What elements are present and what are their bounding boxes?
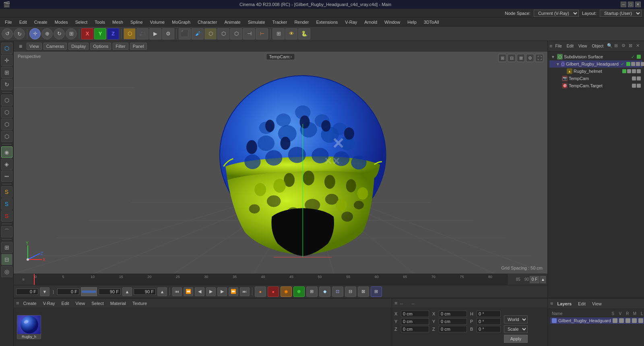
view-front-button[interactable]: ⬛ — [179, 28, 191, 39]
motion2-button[interactable]: ⊡ — [332, 286, 343, 297]
menu-tracker[interactable]: Tracker — [269, 19, 291, 25]
options-button[interactable]: ⊞ — [371, 286, 382, 297]
y-scale-field[interactable] — [439, 318, 467, 325]
scale-mode-button[interactable]: ⊕ — [41, 28, 53, 39]
timeline-ruler[interactable]: 0 5 10 15 20 25 30 35 40 45 50 55 60 65 … — [34, 274, 507, 285]
menu-arnold[interactable]: Arnold — [361, 19, 380, 25]
transform-mode-button[interactable]: ⊞ — [66, 28, 77, 39]
y-axis-button[interactable]: Y — [94, 28, 106, 39]
minimize-button[interactable]: ─ — [621, 2, 626, 7]
rotate-tool-button[interactable]: ↻ — [1, 79, 12, 90]
h-field[interactable] — [477, 311, 501, 317]
mat-view[interactable]: View — [73, 300, 88, 307]
python-button[interactable]: 🐍 — [298, 28, 310, 39]
menu-create[interactable]: Create — [31, 19, 51, 25]
rotate-mode-button[interactable]: ↻ — [54, 28, 65, 39]
vn-settings[interactable]: ⚙ — [526, 54, 534, 62]
vt-filter[interactable]: Filter — [113, 43, 128, 50]
align-button[interactable]: ⊟ — [345, 286, 356, 297]
menu-simulate[interactable]: Simulate — [245, 19, 268, 25]
vn-maximize[interactable]: ⊞ — [498, 54, 506, 62]
vt-cameras[interactable]: Cameras — [43, 43, 67, 50]
mat-material[interactable]: Material — [108, 300, 128, 307]
constraint-button[interactable]: ⊞ — [306, 286, 318, 297]
node-space-select[interactable]: Current (V-Ray) — [534, 10, 579, 17]
tree-item-subdivision[interactable]: ▼ ⬡ Subdivision Surface ✓ — [549, 53, 642, 60]
snap-button[interactable]: ⊠ — [358, 286, 369, 297]
move-mode-button[interactable]: ✛ — [29, 28, 41, 39]
start-frame-field[interactable] — [57, 288, 79, 295]
layout-select[interactable]: Startup (User) — [600, 10, 642, 17]
menu-3dtoall[interactable]: 3DToAll — [421, 19, 442, 25]
wire-mode-button[interactable]: ◈ — [1, 159, 12, 170]
material-thumbnail[interactable]: Rugby_h — [17, 315, 41, 339]
snap2-button[interactable]: S — [1, 198, 12, 210]
redo-button[interactable]: ↺ — [14, 28, 25, 39]
vt-view[interactable]: View — [27, 43, 42, 50]
vn-layout[interactable]: ⊠ — [517, 54, 525, 62]
paint-mode-button[interactable]: ⬡ — [1, 119, 12, 130]
menu-help[interactable]: Help — [404, 19, 420, 25]
scale-dropdown[interactable]: Scale — [504, 325, 528, 333]
menu-tools[interactable]: Tools — [91, 19, 108, 25]
go-to-end-button[interactable]: ⏭ — [240, 287, 250, 296]
snap3-button[interactable]: S — [1, 210, 12, 222]
next-frame-button[interactable]: ▶ — [217, 287, 227, 296]
layers-hamburger[interactable]: ≡ — [550, 301, 553, 307]
symmetry-button[interactable]: ⬡ — [217, 28, 229, 39]
motion-button[interactable]: ⊕ — [293, 286, 305, 297]
polygon-button[interactable]: ⬡ — [204, 28, 217, 39]
rt-hamburger[interactable]: ≡ — [549, 43, 553, 49]
go-to-start-button[interactable]: ⏮ — [172, 287, 182, 296]
z-scale-field[interactable] — [439, 326, 467, 332]
b-field[interactable] — [477, 326, 501, 332]
layer-row-headguard[interactable]: Gilbert_Rugby_Headguard — [550, 317, 644, 324]
frame-up-button[interactable]: ▲ — [540, 276, 546, 283]
align-button[interactable]: ⊣ — [243, 28, 255, 39]
vn-fullscreen[interactable]: ⛶ — [535, 54, 543, 62]
x-axis-button[interactable]: X — [81, 28, 93, 39]
grid3-button[interactable]: ⊟ — [1, 254, 12, 265]
menu-extensions[interactable]: Extensions — [313, 19, 341, 25]
rt-view[interactable]: View — [576, 43, 589, 49]
close-button[interactable]: ✕ — [635, 2, 641, 7]
select-tool-button[interactable]: ⬡ — [1, 43, 12, 54]
vt-hamburger[interactable]: ≡ — [16, 42, 25, 50]
scale-tool-button[interactable]: ⊞ — [1, 67, 12, 78]
frame-range-bar[interactable] — [81, 287, 97, 296]
grid-button[interactable]: ⊞ — [272, 28, 285, 39]
step-forward-button[interactable]: ⏩ — [229, 287, 238, 296]
menu-file[interactable]: File — [2, 19, 15, 25]
layer-s-dot[interactable] — [613, 318, 617, 323]
rt-file[interactable]: File — [553, 43, 564, 49]
snap-button[interactable]: S — [1, 186, 12, 198]
play-button[interactable]: ▶ — [149, 28, 161, 39]
menu-mesh[interactable]: Mesh — [109, 19, 126, 25]
x-scale-field[interactable] — [439, 311, 467, 317]
rt-settings-icon[interactable]: ⚙ — [621, 43, 628, 49]
p-field[interactable] — [477, 318, 501, 325]
grid2-button[interactable]: ⊞ — [1, 242, 12, 253]
mat-edit[interactable]: Edit — [59, 300, 72, 307]
layer-v-dot[interactable] — [619, 318, 624, 323]
vn-expand[interactable]: ⊟ — [508, 54, 516, 62]
sculpt-mode-button[interactable]: ⬡ — [1, 131, 12, 142]
point-mode-button[interactable]: ••• — [1, 171, 12, 182]
record-mode-button[interactable]: ● — [255, 286, 266, 297]
viewport[interactable]: Perspective TempCam:◦ Grid Spacing : 50 … — [14, 51, 547, 274]
frame-step-up[interactable]: ▲ — [122, 287, 132, 296]
layer-m-dot[interactable] — [632, 318, 637, 323]
current-frame-field[interactable]: 0 F — [16, 288, 38, 295]
play-button[interactable]: ▶ — [206, 287, 216, 296]
menu-modes[interactable]: Modes — [52, 19, 71, 25]
playhead[interactable] — [34, 274, 35, 285]
maximize-button[interactable]: □ — [628, 2, 634, 7]
tree-item-headguard[interactable]: ▼ ⬡ Gilbert_Rugby_Headguard ✓ — [549, 60, 642, 68]
menu-animate[interactable]: Animate — [221, 19, 244, 25]
record-button[interactable]: ● — [268, 286, 279, 297]
settings-button[interactable]: ⚙ — [162, 28, 174, 39]
timeline[interactable]: ≡ 0 5 10 15 20 25 30 35 40 45 50 55 60 6… — [14, 274, 547, 285]
tree-item-rugby-helmet[interactable]: ▶ ▲ Rugby_helmet — [549, 68, 642, 75]
apply-button[interactable]: Apply — [504, 335, 528, 343]
menu-spline[interactable]: Spline — [127, 19, 146, 25]
